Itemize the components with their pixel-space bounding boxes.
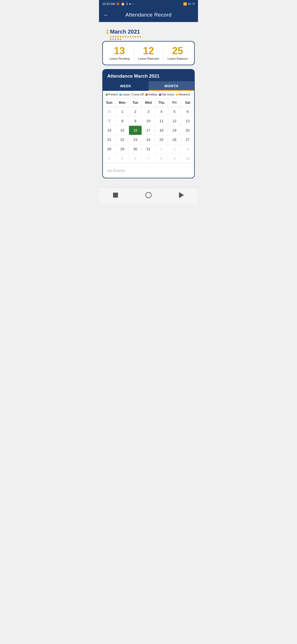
cal-day-5[interactable]: 5: [168, 107, 181, 116]
skype-icon: S: [126, 2, 128, 6]
status-bar: 10:32 AM 🔕 ⏰ S ● ··· 📶 4G 73: [99, 0, 198, 8]
cal-day-31[interactable]: 31: [142, 144, 155, 154]
stat-leave-balance: 25 Leave Balance: [163, 46, 192, 60]
cal-day-29[interactable]: 29: [116, 144, 129, 154]
header-fri: Fri: [168, 99, 181, 107]
legend-site: Site In/out: [159, 93, 174, 96]
cal-day-28-prev[interactable]: 28: [103, 107, 116, 116]
holiday-dot: [145, 94, 148, 96]
square-icon: [113, 193, 118, 198]
cal-day-7-next[interactable]: 7: [142, 154, 155, 163]
holiday-label: Holiday: [148, 93, 157, 96]
weekend-dot: [176, 94, 178, 96]
more-icon: ···: [132, 2, 134, 6]
circle-icon: [145, 192, 152, 198]
cal-day-4-next[interactable]: 4: [103, 154, 116, 163]
cal-day-11[interactable]: 11: [155, 116, 168, 126]
cal-day-27[interactable]: 27: [181, 135, 194, 144]
cal-day-18[interactable]: 18: [155, 126, 168, 135]
cal-day-16-today[interactable]: 16: [129, 126, 142, 135]
cal-day-10[interactable]: 10: [142, 116, 155, 126]
legend-leave: Leave / Comp Off: [119, 93, 144, 96]
wechat-icon: ●: [129, 2, 131, 6]
cal-day-21[interactable]: 21: [103, 135, 116, 144]
cal-day-4[interactable]: 4: [155, 107, 168, 116]
tab-month[interactable]: MONTH: [148, 81, 194, 91]
calendar-card: Attendance March 2021 WEEK MONTH Present…: [102, 69, 195, 178]
nav-square-button[interactable]: [112, 191, 119, 199]
cal-day-17[interactable]: 17: [142, 126, 155, 135]
leave-pending-label: Leave Pending: [109, 57, 130, 60]
cal-day-25[interactable]: 25: [155, 135, 168, 144]
legend-weekend: Weekend: [176, 93, 190, 96]
month-header-section: March 2021: [102, 26, 195, 41]
cal-day-13[interactable]: 13: [181, 116, 194, 126]
cal-day-19[interactable]: 19: [168, 126, 181, 135]
cal-day-1[interactable]: 1: [116, 107, 129, 116]
topbar: ← Attendance Record: [99, 8, 198, 22]
nav-home-button[interactable]: [145, 191, 152, 199]
cal-day-8[interactable]: 8: [116, 116, 129, 126]
time-display: 10:32 AM: [102, 2, 115, 6]
stat-leave-rejected: 12 Leave Rejected: [134, 46, 163, 60]
cal-day-3[interactable]: 3: [142, 107, 155, 116]
status-left: 10:32 AM 🔕 ⏰ S ● ···: [102, 2, 135, 6]
calendar-tabs[interactable]: WEEK MONTH: [103, 81, 194, 91]
mute-icon: 🔕: [116, 2, 120, 6]
calendar-row-6: 4 5 6 7 8 9 10: [103, 154, 194, 163]
cal-day-28[interactable]: 28: [103, 144, 116, 154]
cal-day-6[interactable]: 6: [181, 107, 194, 116]
leave-label: Leave / Comp Off: [122, 93, 144, 96]
cal-day-30[interactable]: 30: [129, 144, 142, 154]
cal-day-3-next[interactable]: 3: [181, 144, 194, 154]
cal-day-1-next[interactable]: 1: [155, 144, 168, 154]
month-dot-accent: [107, 29, 108, 34]
status-right: 📶 4G 73: [183, 2, 195, 6]
cal-day-10-next[interactable]: 10: [181, 154, 194, 163]
leave-rejected-label: Leave Rejected: [138, 57, 159, 60]
tab-week[interactable]: WEEK: [103, 81, 148, 91]
page-title: Attendance Record: [113, 12, 184, 18]
cal-day-8-next[interactable]: 8: [155, 154, 168, 163]
cal-day-7[interactable]: 7: [103, 116, 116, 126]
nav-back-button[interactable]: [178, 191, 185, 199]
leave-balance-label: Leave Balance: [167, 57, 188, 60]
calendar-row-2: 7 8 9 10 11 12 13: [103, 116, 194, 126]
cal-day-23[interactable]: 23: [129, 135, 142, 144]
cal-day-5-next[interactable]: 5: [116, 154, 129, 163]
back-button[interactable]: ←: [103, 12, 109, 18]
month-dots-decoration: [110, 36, 143, 40]
leave-dot: [119, 94, 122, 96]
calendar-row-1: 28 1 2 3 4 5 6: [103, 107, 194, 116]
cal-day-22[interactable]: 22: [116, 135, 129, 144]
calendar-header: Attendance March 2021: [103, 70, 194, 81]
cal-day-9[interactable]: 9: [129, 116, 142, 126]
calendar-row-4: 21 22 23 24 25 26 27: [103, 135, 194, 144]
header-wed: Wed: [142, 99, 155, 107]
content-area: March 2021 13 Leave Pending 12 Leave Rej…: [99, 22, 198, 182]
calendar-legend: Present Leave / Comp Off Holiday Site In…: [103, 91, 194, 99]
legend-present: Present: [106, 93, 118, 96]
present-dot: [106, 94, 108, 96]
header-sat: Sat: [181, 99, 194, 107]
cal-day-9-next[interactable]: 9: [168, 154, 181, 163]
cal-day-6-next[interactable]: 6: [129, 154, 142, 163]
legend-holiday: Holiday: [145, 93, 157, 96]
cal-day-24[interactable]: 24: [142, 135, 155, 144]
cal-day-15[interactable]: 15: [116, 126, 129, 135]
signal-icon: 4G: [188, 2, 191, 5]
leave-rejected-number: 12: [143, 46, 154, 56]
cal-day-2[interactable]: 2: [129, 107, 142, 116]
cal-day-2-next[interactable]: 2: [168, 144, 181, 154]
alarm-icon: ⏰: [121, 2, 125, 6]
triangle-icon: [179, 192, 184, 198]
no-events-text: No Events: [103, 163, 194, 178]
cal-day-26[interactable]: 26: [168, 135, 181, 144]
cal-day-12[interactable]: 12: [168, 116, 181, 126]
bottom-nav: [99, 188, 198, 203]
cal-day-20[interactable]: 20: [181, 126, 194, 135]
site-label: Site In/out: [162, 93, 174, 96]
weekend-label: Weekend: [178, 93, 190, 96]
cal-day-14[interactable]: 14: [103, 126, 116, 135]
header-mon: Mon: [116, 99, 129, 107]
